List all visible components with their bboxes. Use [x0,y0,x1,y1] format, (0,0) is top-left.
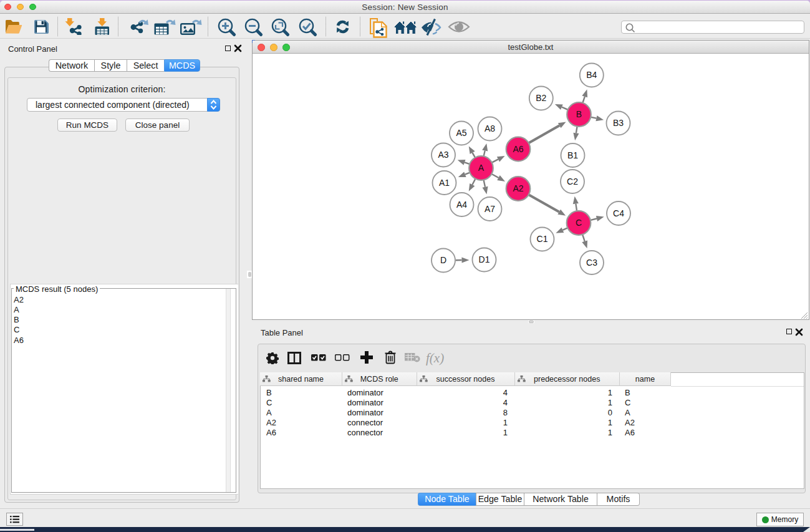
svg-text:B: B [576,109,582,119]
svg-text:A3: A3 [438,150,448,160]
svg-text:C1: C1 [537,234,548,244]
svg-text:D1: D1 [479,254,490,264]
svg-text:A: A [478,163,485,173]
svg-text:D: D [440,255,446,265]
svg-text:C2: C2 [567,177,578,186]
svg-text:A2: A2 [513,183,523,193]
svg-text:A5: A5 [456,128,466,138]
svg-text:A7: A7 [485,204,495,214]
svg-text:A1: A1 [439,178,450,188]
svg-text:B3: B3 [613,118,624,128]
svg-text:B4: B4 [586,70,597,80]
svg-text:A8: A8 [485,123,495,133]
svg-text:C4: C4 [613,208,624,218]
svg-text:B2: B2 [536,93,546,103]
svg-text:C3: C3 [586,258,597,268]
svg-text:A6: A6 [513,144,523,154]
svg-text:B1: B1 [567,150,578,160]
svg-text:C: C [576,218,582,228]
svg-text:A4: A4 [456,200,467,210]
